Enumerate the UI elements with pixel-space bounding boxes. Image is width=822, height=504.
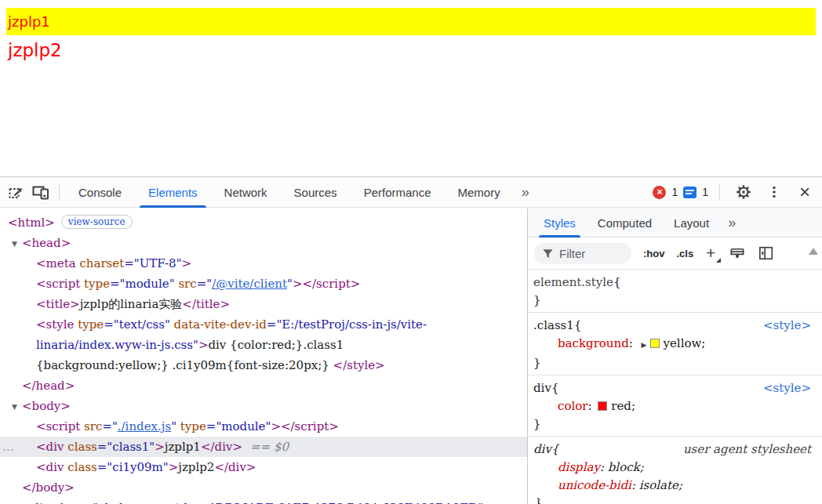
css-property-name[interactable]: unicode-bidi bbox=[558, 478, 631, 492]
settings-gear-icon[interactable] bbox=[731, 180, 756, 204]
dom-tree-row[interactable]: <div class="ci1y09m">jzplp2</div> bbox=[0, 457, 527, 477]
dom-tree-row[interactable]: <style type="text/css" data-vite-dev-id=… bbox=[0, 314, 527, 335]
dom-token-tag: <head> bbox=[22, 236, 71, 250]
inspect-cursor-icon bbox=[8, 184, 24, 200]
dom-tree-row[interactable]: </body> bbox=[0, 477, 527, 498]
tab-layout[interactable]: Layout bbox=[663, 208, 720, 237]
tab-console[interactable]: Console bbox=[65, 177, 135, 208]
message-count[interactable]: 1 bbox=[702, 186, 708, 198]
css-property[interactable]: color: red; bbox=[528, 397, 822, 415]
css-property-name[interactable]: display bbox=[558, 460, 600, 474]
rule-selector-row[interactable]: .class1 {<style> bbox=[528, 317, 822, 335]
open-brace: { bbox=[551, 379, 559, 397]
dom-tree-row[interactable]: ▶<div class="xl-chrome-ext-bar 4DB361DE-… bbox=[0, 498, 527, 504]
expand-shorthand-icon[interactable]: ▶ bbox=[642, 341, 647, 349]
stylesheet-source-link[interactable]: <style> bbox=[763, 379, 822, 397]
dom-token-tag: ></script> bbox=[271, 419, 338, 433]
inspect-element-icon[interactable] bbox=[3, 180, 28, 204]
dom-token-tag: <script bbox=[36, 277, 80, 291]
color-swatch[interactable] bbox=[650, 339, 660, 348]
tab-sources[interactable]: Sources bbox=[281, 177, 351, 208]
dom-token-attr: type bbox=[78, 317, 104, 332]
dom-token-val: ="ci1y09m" bbox=[97, 460, 169, 474]
dom-tree-row[interactable]: …<div class="class1">jzplp1</div>== $0 bbox=[0, 437, 527, 457]
rule-selector-row[interactable]: div {user agent stylesheet bbox=[528, 441, 822, 459]
sidebar-toggle-icon[interactable] bbox=[758, 245, 775, 261]
device-toolbar-icon[interactable] bbox=[28, 180, 53, 204]
dom-token-attr: type bbox=[180, 419, 206, 433]
error-badge-icon[interactable]: × bbox=[653, 186, 666, 199]
dom-token-val: ="module" bbox=[110, 277, 175, 291]
dom-token-val: ="class1" bbox=[97, 440, 155, 454]
dom-tree-row[interactable]: </head> bbox=[0, 375, 527, 396]
dom-token-tag: <div bbox=[36, 460, 64, 474]
css-property[interactable]: display: block; bbox=[528, 459, 822, 477]
tab-styles[interactable]: Styles bbox=[533, 208, 587, 237]
view-source-badge[interactable]: view-source bbox=[61, 215, 133, 229]
stylesheet-source-link[interactable]: <style> bbox=[763, 317, 822, 335]
sidebar-more-tabs-button[interactable]: » bbox=[720, 215, 744, 231]
tab-memory[interactable]: Memory bbox=[445, 177, 514, 208]
style-rule: element.style {} bbox=[528, 270, 822, 313]
dom-token-val: ="xl-chrome-ext-bar 4DB361DE-01E7-4376-B… bbox=[83, 501, 484, 504]
toggle-class-button[interactable]: .cls bbox=[676, 248, 693, 259]
message-badge-icon[interactable] bbox=[683, 187, 697, 198]
css-property-value[interactable]: red; bbox=[611, 399, 635, 413]
twisty-icon[interactable]: ▼ bbox=[12, 397, 17, 417]
dom-token-plain: jzplp的linaria实验 bbox=[80, 297, 183, 311]
dom-token-link[interactable]: ./index.js bbox=[118, 419, 171, 433]
close-devtools-icon[interactable]: × bbox=[792, 180, 817, 204]
dom-tree-row[interactable]: {background:yellow;} .ci1y09m{font-size:… bbox=[0, 355, 527, 375]
panel-tabs: ConsoleElementsNetworkSourcesPerformance… bbox=[65, 177, 514, 208]
page-div-class1: jzplp1 bbox=[6, 8, 816, 35]
toggle-hover-state-button[interactable]: :hov bbox=[643, 248, 664, 259]
dom-tree-row[interactable]: <html>view-source bbox=[0, 212, 527, 233]
device-toolbar-glyph bbox=[32, 184, 49, 200]
new-style-rule-button[interactable]: + bbox=[704, 245, 717, 261]
dom-token-link[interactable]: /@vite/client bbox=[212, 277, 287, 291]
dom-tree-row[interactable]: ▼<head> bbox=[0, 233, 527, 253]
css-property-name[interactable]: color bbox=[558, 399, 587, 413]
style-rules-list: element.style {}.class1 {<style>backgrou… bbox=[528, 270, 822, 504]
tab-network[interactable]: Network bbox=[211, 177, 281, 208]
error-count[interactable]: 1 bbox=[671, 186, 678, 198]
dom-token-val: " bbox=[171, 419, 176, 433]
dom-token-val: ="UTF-8" bbox=[124, 256, 181, 270]
twisty-icon[interactable]: ▶ bbox=[12, 499, 17, 504]
dom-tree-row[interactable]: linaria/index.wyw-in-js.css">div {color:… bbox=[0, 335, 527, 355]
dom-tree-row[interactable]: <title>jzplp的linaria实验</title> bbox=[0, 294, 527, 314]
css-property-value[interactable]: isolate; bbox=[639, 478, 682, 492]
css-property-name[interactable]: background bbox=[558, 336, 629, 350]
dom-token-attr: class bbox=[67, 440, 97, 454]
tab-performance[interactable]: Performance bbox=[351, 177, 445, 208]
dom-token-val: " bbox=[287, 277, 293, 291]
rendering-brush-icon[interactable] bbox=[729, 246, 746, 261]
kebab-menu-icon[interactable] bbox=[762, 180, 787, 204]
css-property-value[interactable]: yellow; bbox=[664, 336, 706, 350]
dom-token-plain: {background:yellow;} .ci1y09m{font-size:… bbox=[36, 358, 333, 372]
dom-token-val: linaria/index.wyw-in-js.css" bbox=[36, 338, 198, 352]
dom-tree-row[interactable]: ▼<body> bbox=[0, 396, 527, 416]
overflow-menu-icon[interactable]: … bbox=[2, 437, 14, 457]
toolbar-right-cluster: × 1 1 bbox=[653, 180, 822, 204]
filter-pill[interactable] bbox=[534, 243, 631, 264]
devtools-panel: ConsoleElementsNetworkSourcesPerformance… bbox=[0, 176, 822, 504]
tab-elements[interactable]: Elements bbox=[135, 177, 211, 208]
more-tabs-button[interactable]: » bbox=[514, 184, 537, 201]
css-property-value[interactable]: block; bbox=[608, 460, 644, 474]
dom-tree-row[interactable]: <meta charset="UTF-8"> bbox=[0, 253, 527, 274]
devtools-main: <html>view-source▼<head><meta charset="U… bbox=[0, 208, 822, 504]
css-property[interactable]: background: ▶yellow; bbox=[528, 335, 822, 354]
dom-tree-row[interactable]: <script type="module" src="/@vite/client… bbox=[0, 274, 527, 294]
dom-token-anno: == $0 bbox=[250, 440, 289, 454]
rule-selector-row[interactable]: element.style { bbox=[528, 274, 822, 292]
css-property[interactable]: unicode-bidi: isolate; bbox=[528, 477, 822, 495]
dom-token-tag: </body> bbox=[22, 480, 75, 495]
rule-selector-row[interactable]: div {<style> bbox=[528, 379, 822, 397]
scrollbar-up-arrow[interactable] bbox=[809, 248, 818, 255]
tab-computed[interactable]: Computed bbox=[587, 208, 663, 237]
color-swatch[interactable] bbox=[598, 401, 607, 411]
twisty-icon[interactable]: ▼ bbox=[12, 234, 17, 254]
styles-filter-input[interactable] bbox=[559, 247, 622, 260]
dom-tree-row[interactable]: <script src="./index.js" type="module"><… bbox=[0, 416, 527, 437]
